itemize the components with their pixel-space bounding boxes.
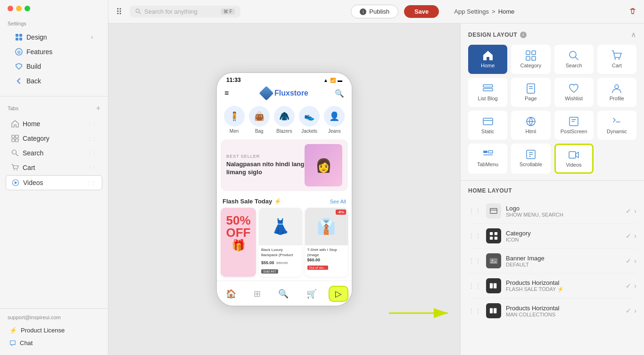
product-card-2[interactable]: 👔 -8% T-Shirt with I Stop (Image $60.00 … xyxy=(305,208,348,277)
nav-home[interactable]: 🏠 xyxy=(220,287,242,301)
svg-rect-47 xyxy=(495,237,497,240)
home-drag-handle[interactable]: ⋮⋮ xyxy=(87,121,97,127)
banner-check-icon[interactable]: ✓ xyxy=(626,257,631,265)
layout-dynamic[interactable]: Dynamic xyxy=(597,111,636,140)
product-price-value-1: $55.00 xyxy=(261,260,274,265)
logo-check-icon[interactable]: ✓ xyxy=(626,207,631,215)
traffic-light-green[interactable] xyxy=(25,6,30,11)
layout-list-blog[interactable]: List Blog xyxy=(468,78,507,107)
sidebar-tab-videos[interactable]: Videos ⋮⋮ xyxy=(6,175,102,190)
sidebar-item-build[interactable]: Build xyxy=(9,59,99,73)
nav-search[interactable]: 🔍 xyxy=(272,287,294,301)
cart-drag-handle[interactable]: ⋮⋮ xyxy=(87,165,97,170)
search-drag-handle[interactable]: ⋮⋮ xyxy=(87,151,97,156)
layout-page[interactable]: Page xyxy=(511,78,550,107)
product-license-item[interactable]: ⚡ Product License xyxy=(8,324,100,337)
cat-bag[interactable]: 👜 Bag xyxy=(249,106,270,134)
phone-search-icon[interactable]: 🔍 xyxy=(335,89,344,98)
layout-search[interactable]: Search xyxy=(554,45,594,74)
sidebar-tab-category[interactable]: Category ⋮⋮ xyxy=(6,131,102,145)
cat-jackets[interactable]: 👟 Jackets xyxy=(299,106,320,134)
cat-jeans-icon: 👤 xyxy=(324,106,345,127)
sidebar-tab-home-label: Home xyxy=(23,120,83,128)
layout-row-products-1: ⋮⋮ Products Horizontal FLASH SALE TODAY … xyxy=(468,274,636,299)
layout-cart[interactable]: Cart xyxy=(597,45,636,74)
product-img-1: 👗 xyxy=(259,208,302,245)
products2-chevron-right[interactable]: › xyxy=(634,307,636,315)
design-layout-collapse[interactable]: ∧ xyxy=(631,30,636,39)
svg-rect-30 xyxy=(483,118,493,125)
nav-cart[interactable]: 🛒 xyxy=(301,287,322,301)
logo-drag-handle[interactable]: ⋮⋮ xyxy=(468,207,481,215)
sidebar-item-back[interactable]: Back xyxy=(9,74,99,88)
products1-chevron-right[interactable]: › xyxy=(634,282,636,290)
layout-postscreen-label: PostScreen xyxy=(561,129,587,134)
save-button[interactable]: Save xyxy=(404,5,439,18)
banner-chevron-right[interactable]: › xyxy=(634,257,636,265)
products2-drag-handle[interactable]: ⋮⋮ xyxy=(468,307,481,315)
traffic-light-red[interactable] xyxy=(8,6,13,11)
logo-chevron-right[interactable]: › xyxy=(634,207,636,215)
banner-title: Nalagpasan nito hindi lang limang siglo xyxy=(226,161,305,177)
layout-wishlist[interactable]: Wishlist xyxy=(554,78,594,107)
category-drag-handle[interactable]: ⋮⋮ xyxy=(87,136,97,141)
add-tab-button[interactable]: + xyxy=(96,104,100,113)
promo-img: 50% OFF 🎁 xyxy=(221,208,256,255)
layout-category[interactable]: Category xyxy=(511,45,550,74)
layout-html[interactable]: Html xyxy=(511,111,550,140)
sidebar-tab-search[interactable]: Search ⋮⋮ xyxy=(6,146,102,160)
svg-rect-42 xyxy=(490,209,497,214)
category-drag-handle[interactable]: ⋮⋮ xyxy=(468,232,481,240)
cat-blazers-icon: 🧥 xyxy=(274,106,295,127)
layout-static[interactable]: Static xyxy=(468,111,507,140)
out-of-stock-2: Out of sto... xyxy=(307,266,328,270)
nav-category[interactable]: ⊞ xyxy=(248,287,266,301)
build-icon xyxy=(15,63,23,70)
sidebar-tab-cart[interactable]: Cart ⋮⋮ xyxy=(6,161,102,175)
layout-tabmenu[interactable]: TabMenu xyxy=(468,144,507,174)
chat-item[interactable]: Chat xyxy=(8,337,100,349)
publish-button[interactable]: i Publish xyxy=(351,5,398,18)
trash-button[interactable] xyxy=(629,7,636,16)
layout-scrollable[interactable]: Scrollable xyxy=(511,144,550,174)
layout-videos[interactable]: Videos xyxy=(554,144,594,174)
products1-check-icon[interactable]: ✓ xyxy=(626,282,631,290)
layout-list-blog-icon xyxy=(483,83,493,94)
design-layout-info-icon[interactable]: i xyxy=(520,32,527,38)
category-check-icon[interactable]: ✓ xyxy=(626,232,631,240)
products1-drag-handle[interactable]: ⋮⋮ xyxy=(468,282,481,290)
products2-row-sub: MAN COLLECTIONS xyxy=(506,312,621,317)
layout-html-icon xyxy=(526,116,536,127)
layout-row-products-2: ⋮⋮ Products Horizontal MAN COLLECTIONS ✓… xyxy=(468,299,636,323)
layout-home[interactable]: Home xyxy=(468,45,507,74)
sidebar-tab-home[interactable]: Home ⋮⋮ xyxy=(6,117,102,131)
see-all-link[interactable]: See All xyxy=(330,199,346,204)
traffic-light-yellow[interactable] xyxy=(16,6,22,11)
layout-postscreen[interactable]: PostScreen xyxy=(554,111,594,140)
layout-videos-label: Videos xyxy=(566,162,581,168)
cat-men-icon: 🧍 xyxy=(224,106,245,127)
sidebar-item-features[interactable]: ⊕ Features xyxy=(9,45,99,59)
sidebar-tab-videos-label: Videos xyxy=(23,179,83,186)
layout-profile[interactable]: Profile xyxy=(597,78,636,107)
cat-men[interactable]: 🧍 Men xyxy=(224,106,245,134)
grid-icon[interactable]: ⠿ xyxy=(116,7,122,17)
products1-row-sub: FLASH SALE TODAY ⚡ xyxy=(506,286,621,292)
products2-check-icon[interactable]: ✓ xyxy=(626,307,631,315)
cat-blazers[interactable]: 🧥 Blazers xyxy=(274,106,295,134)
layout-tabmenu-icon xyxy=(483,149,493,160)
videos-drag-handle[interactable]: ⋮⋮ xyxy=(87,180,96,186)
cat-jeans[interactable]: 👤 Jeans xyxy=(324,106,345,134)
product-info-2: T-Shirt with I Stop (Image $60.00 Out of… xyxy=(305,245,348,273)
products2-row-name: Products Horizontal xyxy=(506,305,621,312)
category-chevron-right[interactable]: › xyxy=(634,232,636,240)
logo-icon xyxy=(486,203,501,218)
banner-drag-handle[interactable]: ⋮⋮ xyxy=(468,257,481,265)
layout-home-label: Home xyxy=(481,63,495,68)
search-bar[interactable]: Search for anything ⌘ F xyxy=(130,6,240,17)
product-card-1[interactable]: 👗 Black Luxury Backpack (Product $55.00 … xyxy=(259,208,302,277)
products1-row-actions: ✓ › xyxy=(626,282,636,290)
nav-videos[interactable]: ▷ xyxy=(329,286,348,302)
sidebar-item-design[interactable]: Design › xyxy=(9,30,99,44)
promo-card[interactable]: 50% OFF 🎁 xyxy=(221,208,256,277)
